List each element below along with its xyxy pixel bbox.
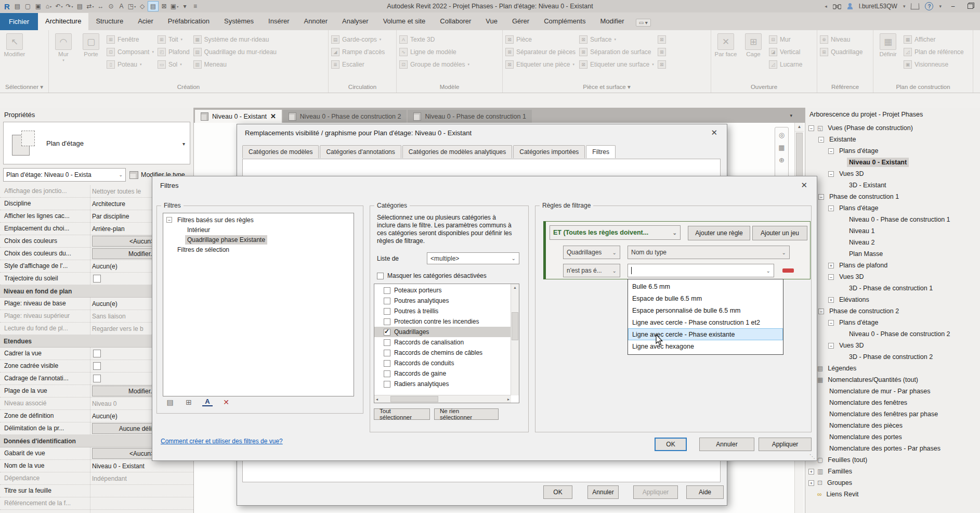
- ribbon-button[interactable]: ▦Système de mur-rideau: [193, 35, 277, 44]
- category-checkbox[interactable]: [384, 339, 390, 346]
- tree-toggle-icon[interactable]: +: [808, 480, 814, 486]
- hide-categories-checkbox[interactable]: Masquer les catégories désactivées: [377, 272, 487, 279]
- ribbon-button[interactable]: ⊠Surface▾: [579, 35, 654, 44]
- ribbon-button[interactable]: ⊠: [658, 60, 666, 69]
- tree-toggle-icon[interactable]: −: [828, 320, 834, 326]
- qat-icon[interactable]: ↔: [96, 2, 106, 11]
- apply-button[interactable]: Appliquer: [759, 438, 812, 451]
- ribbon-tab[interactable]: Gérer: [505, 13, 537, 30]
- tree-toggle-icon[interactable]: −: [818, 194, 824, 200]
- ribbon-button-large[interactable]: ↖Modifier: [3, 32, 27, 57]
- filters-close-icon[interactable]: ✕: [798, 181, 811, 190]
- user-menu[interactable]: l.buretL53QW: [859, 3, 897, 10]
- vg-cancel-button[interactable]: Annuler: [587, 485, 619, 499]
- tree-item[interactable]: Plan Masse: [805, 248, 980, 260]
- cancel-button[interactable]: Annuler: [699, 438, 754, 451]
- dialog-tab[interactable]: Catégories de modèles analytiques: [402, 145, 512, 158]
- ribbon-tab[interactable]: Modifier: [593, 13, 631, 30]
- type-preview[interactable]: Plan d'étage ▾: [3, 122, 190, 164]
- category-checkbox[interactable]: [384, 381, 390, 388]
- ribbon-tab[interactable]: Insérer: [261, 13, 296, 30]
- qat-icon[interactable]: ▢: [23, 2, 33, 11]
- ribbon-button[interactable]: ▥Meneau: [193, 60, 277, 69]
- tree-item[interactable]: +⊡Groupes: [805, 477, 980, 489]
- dropdown-option[interactable]: Ligne avec cercle - Phase existante: [628, 328, 783, 340]
- scrollbar-thumb[interactable]: [512, 312, 518, 340]
- add-set-button[interactable]: Ajouter un jeu: [752, 226, 807, 240]
- ribbon-button[interactable]: ◿Lucarne: [769, 60, 802, 69]
- tree-item[interactable]: Nomenclature des fenêtres par phase: [805, 408, 980, 420]
- liste-de-dropdown[interactable]: <multiple>: [427, 252, 519, 264]
- tree-toggle-icon[interactable]: −: [828, 148, 834, 154]
- tree-item[interactable]: ▦Nomenclatures/Quantités (tout): [805, 374, 980, 386]
- category-checkbox[interactable]: [384, 308, 390, 315]
- property-value[interactable]: [90, 485, 193, 497]
- scroll-up-icon[interactable]: ▲: [511, 284, 519, 291]
- tree-item[interactable]: −Vues 3D: [805, 271, 980, 283]
- new-filter-icon[interactable]: ▤: [165, 397, 175, 407]
- tree-item[interactable]: Filtres de sélection: [163, 245, 354, 254]
- qat-icon[interactable]: ⊙: [106, 2, 116, 11]
- tree-item[interactable]: Niveau 1: [805, 225, 980, 237]
- restore-button[interactable]: [964, 2, 976, 10]
- add-rule-button[interactable]: Ajouter une règle: [688, 226, 750, 240]
- tree-item[interactable]: 3D - Existant: [805, 179, 980, 191]
- tree-item[interactable]: −Phase de construction 2: [805, 305, 980, 317]
- tree-item[interactable]: Intérieur: [163, 225, 354, 235]
- qat-icon[interactable]: ◇: [137, 2, 147, 11]
- ribbon-tab[interactable]: Fichier: [0, 13, 38, 30]
- delete-filter-icon[interactable]: ✕: [221, 397, 231, 407]
- view-tab[interactable]: Niveau 0 - Existant✕: [195, 110, 282, 123]
- dropdown-option[interactable]: Espace de bulle 6.5 mm: [628, 292, 783, 304]
- dialog-tab[interactable]: Catégories d'annotations: [320, 145, 401, 158]
- dropdown-option[interactable]: Bulle 6.5 mm: [628, 280, 783, 292]
- ribbon-button[interactable]: ⊠Etiqueter une surface▾: [579, 60, 654, 69]
- categories-vscrollbar[interactable]: ▲: [511, 284, 519, 395]
- ribbon-tab[interactable]: Analyser: [335, 13, 376, 30]
- combine-rules-dropdown[interactable]: ET (Toutes les règles doivent...: [550, 225, 681, 240]
- tree-item[interactable]: −Plans d'étage: [805, 317, 980, 328]
- tree-item[interactable]: 3D - Phase de construction 2: [805, 351, 980, 363]
- category-checkbox[interactable]: [384, 370, 390, 377]
- ribbon-button[interactable]: ⊞Toit▾: [158, 35, 190, 44]
- tree-item[interactable]: −◱Vues (Phase de construction): [805, 122, 980, 134]
- ribbon-tab[interactable]: Systèmes: [217, 13, 261, 30]
- view-tab[interactable]: Niveau 0 - Phase de construction 2: [283, 110, 407, 123]
- tree-toggle-icon[interactable]: +: [828, 263, 834, 268]
- ribbon-button[interactable]: ⊠Séparation de surface: [579, 48, 654, 56]
- select-all-button[interactable]: Tout sélectionner: [374, 408, 430, 420]
- ribbon-tab[interactable]: Acier: [130, 13, 161, 30]
- tree-item[interactable]: Quadrillage phase Existante: [163, 235, 354, 245]
- tree-toggle-icon[interactable]: −: [828, 343, 834, 349]
- tree-item[interactable]: −Plans d'étage: [805, 145, 980, 157]
- ribbon-tab[interactable]: Architecture: [38, 13, 88, 30]
- category-item[interactable]: Poteaux porteurs: [374, 285, 511, 296]
- type-selector-dropdown[interactable]: Plan d'étage: Niveau 0 - Exista⌄: [3, 168, 126, 182]
- tree-toggle-icon[interactable]: −: [828, 171, 834, 177]
- ribbon-button[interactable]: ⊠Pièce: [505, 35, 576, 44]
- qat-icon[interactable]: ▣: [169, 2, 179, 11]
- rule-parameter-dropdown[interactable]: Nom du type: [628, 246, 790, 259]
- collapse-arrow-icon[interactable]: ◂: [825, 4, 827, 9]
- category-item[interactable]: Quadrillages: [374, 327, 511, 337]
- ok-button[interactable]: OK: [655, 438, 687, 451]
- category-item[interactable]: Poutres à treillis: [374, 306, 511, 316]
- dialog-tab[interactable]: Catégories de modèles: [242, 145, 319, 158]
- category-item[interactable]: Poutres analytiques: [374, 296, 511, 306]
- dialog-tab[interactable]: Filtres: [586, 145, 616, 158]
- tree-item[interactable]: +Elévations: [805, 294, 980, 305]
- cart-icon[interactable]: [911, 3, 920, 9]
- ribbon-button-large[interactable]: ⊞Cage: [741, 32, 765, 57]
- help-icon[interactable]: ?: [925, 2, 933, 10]
- resize-grip[interactable]: ⋱: [809, 453, 815, 460]
- rename-filter-icon[interactable]: A: [202, 397, 213, 406]
- qat-icon[interactable]: ≡: [190, 2, 200, 11]
- tree-item[interactable]: −Vues 3D: [805, 168, 980, 179]
- scroll-left-icon[interactable]: ◂: [376, 397, 378, 402]
- category-checkbox[interactable]: [384, 360, 390, 367]
- checkbox-icon[interactable]: [377, 273, 384, 279]
- rule-category-dropdown[interactable]: Quadrillages: [563, 246, 620, 259]
- property-checkbox[interactable]: [93, 362, 101, 370]
- tree-item[interactable]: −Existante: [805, 134, 980, 145]
- category-item[interactable]: Raccords de canalisation: [374, 337, 511, 348]
